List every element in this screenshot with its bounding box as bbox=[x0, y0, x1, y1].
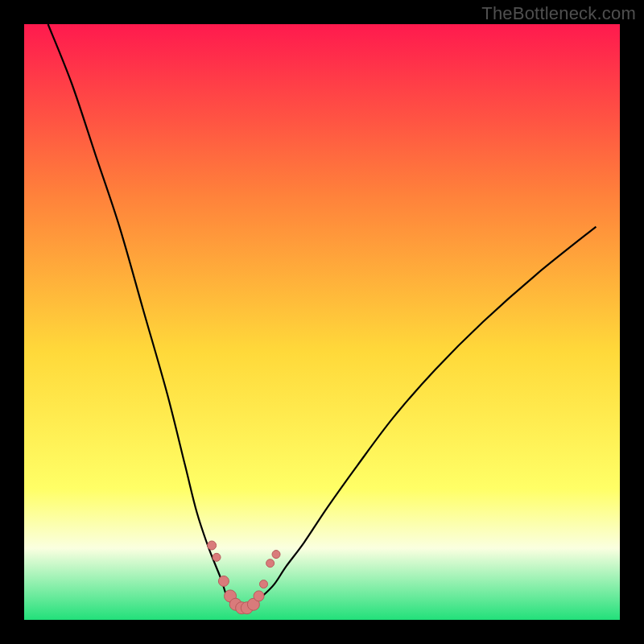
marker-point bbox=[259, 580, 267, 588]
chart-frame: TheBottleneck.com bbox=[0, 0, 644, 644]
marker-point bbox=[254, 591, 264, 601]
gradient-background bbox=[24, 24, 620, 620]
marker-point bbox=[266, 559, 275, 568]
marker-point bbox=[213, 553, 221, 561]
marker-point bbox=[272, 551, 280, 559]
marker-point bbox=[218, 576, 229, 586]
watermark-text: TheBottleneck.com bbox=[481, 3, 636, 24]
bottleneck-chart bbox=[0, 0, 644, 644]
marker-point bbox=[208, 541, 217, 550]
